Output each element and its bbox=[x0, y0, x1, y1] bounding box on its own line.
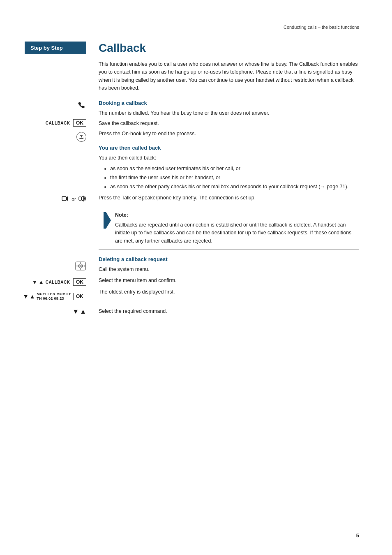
callback-label-2: CALLBACK bbox=[46, 280, 70, 284]
talk-speaker-row: or bbox=[0, 193, 90, 206]
page-header: Conducting calls – the basic functions bbox=[0, 0, 392, 34]
svg-rect-0 bbox=[80, 135, 83, 136]
menu-icon-row bbox=[0, 259, 90, 274]
nav-arrows-3: ▼ ▲ bbox=[72, 308, 86, 315]
note-title: Note: bbox=[115, 211, 354, 219]
booking-desc: The number is dialled. You hear the busy… bbox=[99, 109, 359, 117]
page-number: 5 bbox=[356, 532, 359, 539]
left-sidebar: Step by Step CALLBACK OK bbox=[0, 34, 90, 325]
ok-button-2[interactable]: OK bbox=[73, 278, 86, 286]
called-back-heading: You are then called back bbox=[99, 145, 359, 151]
called-back-intro: You are then called back: bbox=[99, 154, 359, 162]
step-by-step-box: Step by Step bbox=[25, 42, 86, 54]
call-system-menu-text: Call the system menu. bbox=[99, 266, 359, 273]
list-item: the first time the user uses his or her … bbox=[110, 173, 359, 182]
press-talk-text: Press the Talk or Speakerphone key brief… bbox=[99, 194, 359, 202]
svg-marker-5 bbox=[81, 196, 83, 201]
note-content: Note: Callbacks are repeated until a con… bbox=[115, 211, 354, 245]
right-content: Callback This function enables you to ca… bbox=[90, 34, 392, 325]
svg-marker-3 bbox=[66, 196, 68, 201]
speakerphone-icon bbox=[78, 194, 86, 204]
ok-button-1[interactable]: OK bbox=[73, 119, 86, 127]
press-onhook-text: Press the On-hook key to end the process… bbox=[99, 130, 359, 138]
note-box: Note: Callbacks are repeated until a con… bbox=[99, 207, 359, 250]
callback-label-1: CALLBACK bbox=[46, 121, 70, 125]
callback-ok-row-2: ▼ ▲ CALLBACK OK bbox=[0, 276, 90, 288]
booking-heading: Booking a callback bbox=[99, 100, 359, 106]
deleting-heading: Deleting a callback request bbox=[99, 256, 359, 262]
page-title: Callback bbox=[99, 42, 359, 55]
ok-button-3[interactable]: OK bbox=[73, 293, 86, 300]
svg-rect-4 bbox=[79, 197, 81, 200]
svg-marker-9 bbox=[84, 265, 85, 267]
oldest-entry-text: The oldest entry is displayed first. bbox=[99, 288, 359, 296]
talk-icon bbox=[61, 194, 69, 204]
svg-rect-2 bbox=[62, 197, 66, 201]
nav-arrows-row-final: ▼ ▲ bbox=[0, 306, 90, 317]
device-label: MUELLER MOBILE TH 06.02 09:23 bbox=[37, 292, 71, 301]
onhook-icon bbox=[76, 132, 86, 142]
save-callback-text: Save the callback request. bbox=[99, 120, 359, 127]
note-arrow bbox=[106, 212, 111, 229]
called-back-bullets: as soon as the selected user terminates … bbox=[110, 164, 359, 191]
note-icon bbox=[104, 212, 111, 229]
intro-text: This function enables you to call a user… bbox=[99, 60, 359, 92]
list-item: as soon as the other party checks his or… bbox=[110, 183, 359, 191]
system-menu-icon bbox=[75, 261, 86, 272]
mueller-ok-row: ▼ ▲ MUELLER MOBILE TH 06.02 09:23 OK bbox=[0, 290, 90, 303]
select-menu-item-text: Select the menu item and confirm. bbox=[99, 277, 359, 284]
onhook-row bbox=[0, 130, 90, 143]
header-title: Conducting calls – the basic functions bbox=[284, 25, 359, 30]
or-text: or bbox=[71, 197, 76, 202]
svg-point-7 bbox=[78, 264, 83, 268]
phone-dial-icon bbox=[77, 101, 86, 111]
nav-arrows-1: ▼ ▲ bbox=[32, 279, 44, 285]
list-item: as soon as the selected user terminates … bbox=[110, 164, 359, 173]
phone-dial-row bbox=[0, 99, 90, 113]
select-command-text: Select the required command. bbox=[99, 308, 359, 315]
nav-arrows-2: ▼ ▲ bbox=[23, 293, 35, 300]
svg-rect-1 bbox=[81, 136, 82, 138]
callback-ok-row-1: CALLBACK OK bbox=[0, 117, 90, 129]
note-text: Callbacks are repeated until a connectio… bbox=[115, 222, 351, 244]
svg-point-8 bbox=[80, 265, 81, 267]
